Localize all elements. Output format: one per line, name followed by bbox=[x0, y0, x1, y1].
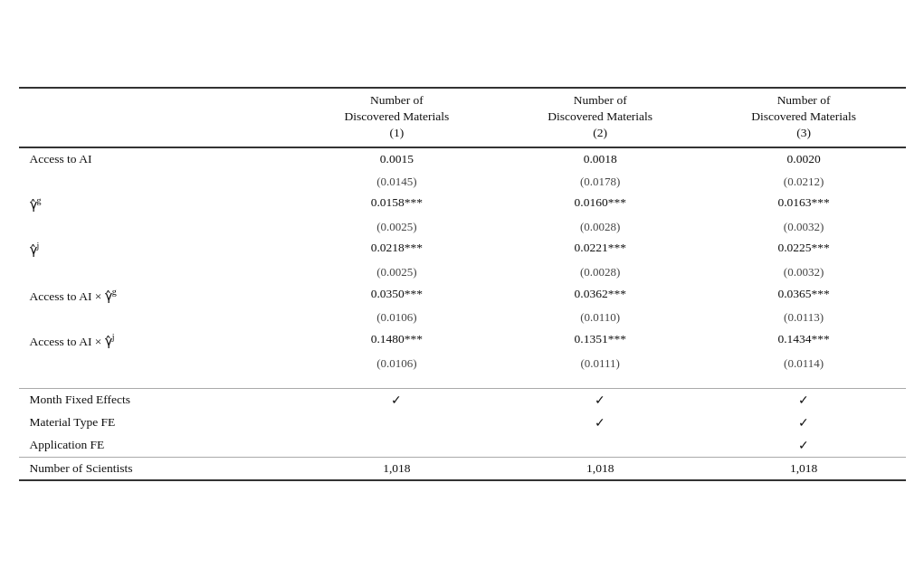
fe-label: Application FE bbox=[19, 434, 295, 458]
row-col3: 0.0020 bbox=[702, 147, 906, 170]
table-row-se: (0.0145) (0.0178) (0.0212) bbox=[19, 171, 906, 193]
col2-line1: Number of bbox=[574, 93, 627, 107]
fe-row-month: Month Fixed Effects ✓ ✓ ✓ bbox=[19, 389, 906, 412]
spacer-row bbox=[19, 374, 906, 389]
col-header-2: Number of Discovered Materials (2) bbox=[499, 88, 702, 147]
row-col2: 0.0362*** bbox=[499, 283, 702, 308]
table-row: Access to AI × γ̂g 0.0350*** 0.0362*** 0… bbox=[19, 283, 906, 308]
col3-line2: Discovered Materials bbox=[751, 109, 856, 123]
row-se-col1: (0.0025) bbox=[295, 261, 499, 283]
fe-col2: ✓ bbox=[499, 412, 702, 434]
fe-col3: ✓ bbox=[702, 412, 906, 434]
row-col1: 0.0350*** bbox=[295, 283, 499, 308]
fe-col1: ✓ bbox=[295, 389, 499, 412]
fe-col1 bbox=[295, 412, 499, 434]
row-se-col3: (0.0032) bbox=[702, 216, 906, 238]
col-header-3: Number of Discovered Materials (3) bbox=[702, 88, 906, 147]
table-row-se: (0.0025) (0.0028) (0.0032) bbox=[19, 216, 906, 238]
fe-col3: 1,018 bbox=[702, 458, 906, 481]
row-label: Access to AI bbox=[19, 147, 295, 170]
row-se-col2: (0.0028) bbox=[499, 216, 702, 238]
row-col2: 0.0221*** bbox=[499, 237, 702, 261]
fe-row-material: Material Type FE ✓ ✓ bbox=[19, 412, 906, 434]
row-label-blank bbox=[19, 353, 295, 374]
fe-col3: ✓ bbox=[702, 434, 906, 458]
row-label-blank bbox=[19, 171, 295, 193]
row-se-col3: (0.0212) bbox=[702, 171, 906, 193]
row-se-col3: (0.0113) bbox=[702, 307, 906, 328]
table-row: γ̂j 0.0218*** 0.0221*** 0.0225*** bbox=[19, 237, 906, 261]
regression-table: Number of Discovered Materials (1) Numbe… bbox=[19, 87, 906, 482]
table-row-se: (0.0025) (0.0028) (0.0032) bbox=[19, 261, 906, 283]
col3-line1: Number of bbox=[777, 93, 831, 107]
row-se-col1: (0.0106) bbox=[295, 353, 499, 374]
fe-label: Material Type FE bbox=[19, 412, 295, 434]
row-label: Access to AI × γ̂g bbox=[19, 283, 295, 308]
table-row: γ̂g 0.0158*** 0.0160*** 0.0163*** bbox=[19, 192, 906, 216]
row-se-col2: (0.0110) bbox=[499, 307, 702, 328]
fe-col2: ✓ bbox=[499, 389, 702, 412]
col1-line3: (1) bbox=[390, 126, 405, 139]
col-header-variable bbox=[19, 88, 295, 147]
row-se-col1: (0.0145) bbox=[295, 171, 499, 193]
row-col3: 0.1434*** bbox=[702, 328, 906, 353]
row-col2: 0.0160*** bbox=[499, 192, 702, 216]
row-label: γ̂g bbox=[19, 192, 295, 216]
row-col1: 0.0158*** bbox=[295, 192, 499, 216]
fe-label: Month Fixed Effects bbox=[19, 389, 295, 412]
table-row: Access to AI 0.0015 0.0018 0.0020 bbox=[19, 147, 906, 170]
row-label-blank bbox=[19, 216, 295, 238]
row-col1: 0.0218*** bbox=[295, 237, 499, 261]
row-se-col1: (0.0106) bbox=[295, 307, 499, 328]
row-se-col2: (0.0028) bbox=[499, 261, 702, 283]
row-col3: 0.0163*** bbox=[702, 192, 906, 216]
row-label-blank bbox=[19, 261, 295, 283]
fe-row-scientists: Number of Scientists 1,018 1,018 1,018 bbox=[19, 458, 906, 481]
row-col2: 0.1351*** bbox=[499, 328, 702, 353]
row-se-col3: (0.0032) bbox=[702, 261, 906, 283]
table-row-se: (0.0106) (0.0110) (0.0113) bbox=[19, 307, 906, 328]
table-wrapper: Number of Discovered Materials (1) Numbe… bbox=[19, 87, 906, 482]
row-col3: 0.0365*** bbox=[702, 283, 906, 308]
row-se-col3: (0.0114) bbox=[702, 353, 906, 374]
fe-col3: ✓ bbox=[702, 389, 906, 412]
table-row-se: (0.0106) (0.0111) (0.0114) bbox=[19, 353, 906, 374]
row-col1: 0.0015 bbox=[295, 147, 499, 170]
col1-line1: Number of bbox=[370, 93, 424, 107]
fe-col2 bbox=[499, 434, 702, 458]
fe-label: Number of Scientists bbox=[19, 458, 295, 481]
row-label-blank bbox=[19, 307, 295, 328]
row-label: γ̂j bbox=[19, 237, 295, 261]
row-label: Access to AI × γ̂j bbox=[19, 328, 295, 353]
row-col2: 0.0018 bbox=[499, 147, 702, 170]
col-header-1: Number of Discovered Materials (1) bbox=[295, 88, 499, 147]
fe-col1 bbox=[295, 434, 499, 458]
col3-line3: (3) bbox=[796, 126, 811, 139]
row-col3: 0.0225*** bbox=[702, 237, 906, 261]
row-se-col1: (0.0025) bbox=[295, 216, 499, 238]
fe-col2: 1,018 bbox=[499, 458, 702, 481]
col2-line2: Discovered Materials bbox=[548, 109, 653, 123]
fe-col1: 1,018 bbox=[295, 458, 499, 481]
col1-line2: Discovered Materials bbox=[344, 109, 449, 123]
table-row: Access to AI × γ̂j 0.1480*** 0.1351*** 0… bbox=[19, 328, 906, 353]
row-se-col2: (0.0111) bbox=[499, 353, 702, 374]
col2-line3: (2) bbox=[593, 126, 607, 139]
row-col1: 0.1480*** bbox=[295, 328, 499, 353]
fe-row-application: Application FE ✓ bbox=[19, 434, 906, 458]
row-se-col2: (0.0178) bbox=[499, 171, 702, 193]
